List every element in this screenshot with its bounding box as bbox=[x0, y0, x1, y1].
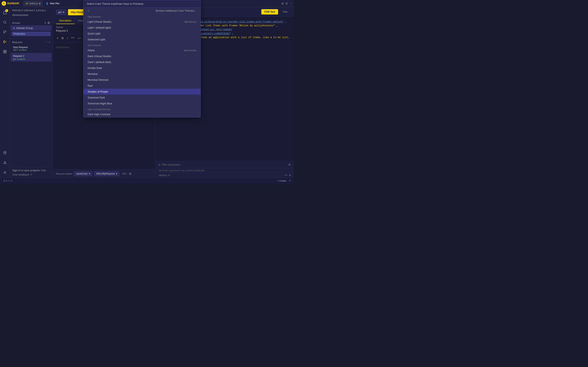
theme-label: Shades of Purple bbox=[87, 90, 108, 93]
request-item-0[interactable]: New Request GET /content bbox=[11, 45, 52, 52]
browse-themes-item[interactable]: + Browse Additional Color Themes... bbox=[84, 8, 200, 14]
environments-section[interactable]: ▾ Environments bbox=[10, 13, 52, 17]
svg-point-0 bbox=[3, 21, 6, 23]
sidebar: Project Default (local) ▾ Environments G… bbox=[10, 7, 53, 178]
theme-label: Abyss bbox=[87, 49, 95, 52]
theme-label: Monokai bbox=[87, 72, 98, 75]
activity-run[interactable] bbox=[1, 38, 9, 45]
json-to-label: JSON to bbox=[159, 174, 167, 176]
request-method-0: GET /content bbox=[13, 49, 49, 51]
requests-add-icon[interactable]: + bbox=[49, 41, 50, 43]
svg-point-15 bbox=[4, 161, 6, 163]
svg-marker-6 bbox=[4, 41, 6, 43]
svg-point-4 bbox=[3, 31, 4, 32]
theme-abyss[interactable]: Abyss dark themes bbox=[84, 47, 200, 53]
theme-dark-high-contrast[interactable]: Dark High Contrast bbox=[84, 111, 200, 117]
request-item-1[interactable]: Request 2 ⋯ get /content bbox=[11, 53, 52, 62]
hash-tool[interactable]: # bbox=[56, 36, 59, 41]
request-more-icon[interactable]: ⋯ bbox=[46, 54, 49, 58]
theme-light-plus[interactable]: Light+ (default light) bbox=[84, 25, 200, 31]
activity-account[interactable] bbox=[1, 159, 9, 166]
bold-tool[interactable]: B bbox=[61, 36, 65, 41]
svg-rect-10 bbox=[3, 52, 4, 53]
svg-rect-11 bbox=[5, 52, 6, 53]
sidebar-divider-2 bbox=[10, 38, 52, 38]
theme-shades-of-purple[interactable]: Shades of Purple bbox=[84, 89, 200, 95]
right-code-icon[interactable]: </> bbox=[284, 174, 287, 176]
quote-tool[interactable]: ❝❝ bbox=[70, 36, 75, 41]
library-select[interactable]: XMLHttpRequest ▾ bbox=[94, 171, 120, 176]
section-tag: light themes bbox=[184, 21, 196, 23]
production-badge[interactable]: Production bbox=[11, 32, 51, 36]
theme-label: Dark+ (default dark) bbox=[87, 60, 111, 64]
theme-kimbie-dark[interactable]: Kimbie Dark bbox=[84, 65, 200, 71]
language-value: JavaScript bbox=[76, 172, 87, 175]
theme-light-visual-studio[interactable]: Light (Visual Studio) light themes bbox=[84, 19, 200, 25]
activity-extensions[interactable] bbox=[1, 48, 9, 55]
prettier-button[interactable]: ✓ Prettier bbox=[277, 179, 286, 182]
tab-new-rec[interactable]: 👤 New Rec bbox=[43, 1, 62, 6]
activity-badge: 1 bbox=[5, 9, 8, 12]
title-bar-actions: ⊞ ⊟ ⋯ bbox=[281, 2, 292, 5]
description-placeholder: Description bbox=[56, 46, 69, 49]
code-copy-icon[interactable]: </> bbox=[122, 172, 127, 175]
tab-description[interactable]: Description bbox=[56, 17, 75, 24]
svg-point-16 bbox=[4, 172, 5, 173]
language-select[interactable]: JavaScript ▾ bbox=[74, 171, 92, 176]
sign-in-button[interactable]: Sign-in to sync projects bbox=[12, 169, 40, 172]
activity-git[interactable] bbox=[1, 28, 9, 36]
theme-solarized-light[interactable]: Solarized Light bbox=[84, 36, 200, 42]
add-group-icon[interactable]: + bbox=[44, 21, 46, 25]
method-value: get bbox=[58, 11, 62, 14]
activity-home[interactable]: 1 bbox=[1, 9, 9, 16]
theme-label: Quiet Light bbox=[87, 32, 100, 35]
json-to-section: JSON to ▾ bbox=[159, 174, 170, 176]
theme-label: Solarized Light bbox=[87, 38, 105, 41]
filter-close-icon[interactable]: ✕ bbox=[288, 163, 291, 167]
theme-monokai-dimmed[interactable]: Monokai Dimmed bbox=[84, 77, 200, 83]
layout-icon[interactable]: ⊞ bbox=[281, 2, 284, 5]
code-tool[interactable]: <> bbox=[77, 36, 82, 41]
activity-bar: 1 bbox=[0, 7, 10, 178]
warning-icon: ⚠ bbox=[8, 179, 10, 182]
method-dropdown[interactable]: get ▾ bbox=[56, 9, 66, 15]
method-label-0: GET bbox=[13, 49, 18, 51]
right-copy-icon[interactable]: ⧉ bbox=[289, 174, 291, 176]
theme-monokai[interactable]: Monokai bbox=[84, 71, 200, 77]
activity-alien[interactable] bbox=[1, 149, 9, 157]
default-group-item[interactable]: Default Group bbox=[11, 25, 52, 31]
error-num: 0 bbox=[6, 180, 7, 182]
theme-red[interactable]: Red bbox=[84, 83, 200, 89]
theme-solarized-dark[interactable]: Solarized Dark bbox=[84, 95, 200, 100]
theme-tomorrow-night-blue[interactable]: Tomorrow Night Blue bbox=[84, 100, 200, 106]
raw-button[interactable]: Raw bbox=[280, 9, 291, 15]
json-to-caret[interactable]: ▾ bbox=[168, 174, 170, 176]
fon-text-button[interactable]: FON Text bbox=[261, 9, 278, 15]
tab-index-js[interactable]: JS index.js bbox=[23, 1, 43, 6]
theme-quiet-light[interactable]: Quiet Light bbox=[84, 31, 200, 36]
theme-dark-plus[interactable]: Dark+ (default dark) bbox=[84, 59, 200, 65]
italic-tool[interactable]: I bbox=[66, 36, 69, 41]
hide-icon[interactable]: Hide bbox=[41, 169, 46, 172]
svg-line-1 bbox=[6, 23, 6, 24]
activity-search[interactable] bbox=[1, 18, 9, 26]
more-icon[interactable]: ⋯ bbox=[290, 2, 292, 5]
cursor-icon[interactable]: ↺ bbox=[289, 179, 291, 182]
snippet-bar: Request snippet JavaScript ▾ XMLHttpRequ… bbox=[53, 169, 155, 178]
app-container: 1 RAPIDAPI JS index.js 👤 New Rec ⊞ ⊟ ⋯ bbox=[0, 0, 294, 184]
tab-label-index: index.js bbox=[29, 2, 38, 5]
theme-label: Tomorrow Night Blue bbox=[87, 102, 112, 105]
environments-label: Environments bbox=[13, 14, 28, 17]
split-icon[interactable]: ⊟ bbox=[285, 2, 288, 5]
prettier-label: Prettier bbox=[279, 180, 286, 182]
svg-point-13 bbox=[4, 152, 5, 153]
filter-group-icon[interactable]: ⚙ bbox=[47, 21, 50, 25]
requests-more-icon[interactable]: ⋯ bbox=[45, 41, 48, 43]
filter-input[interactable] bbox=[162, 163, 286, 166]
activity-settings[interactable] bbox=[1, 169, 9, 176]
snippet-copy-icon[interactable]: ⧉ bbox=[129, 172, 131, 175]
theme-label: Light (Visual Studio) bbox=[87, 20, 111, 23]
theme-dark-visual-studio[interactable]: Dark (Visual Studio) bbox=[84, 53, 200, 59]
library-caret: ▾ bbox=[116, 172, 117, 175]
give-feedback-button[interactable]: Give feedback ↗ bbox=[12, 173, 50, 176]
